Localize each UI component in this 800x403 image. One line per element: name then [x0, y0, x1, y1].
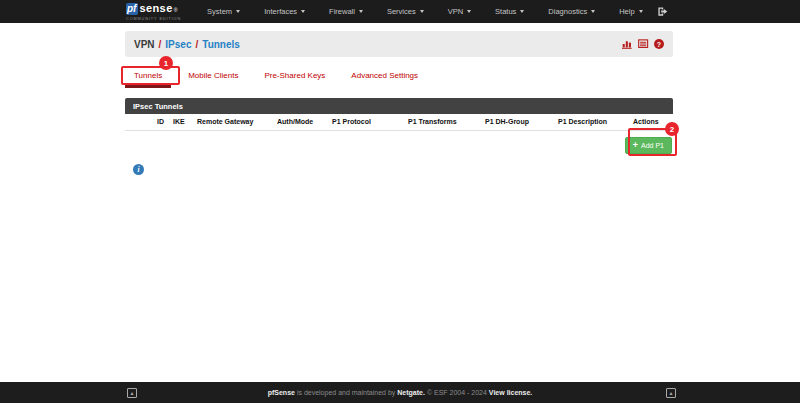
column-header-actions: Actions — [633, 118, 659, 125]
column-header-p1-dh-group: P1 DH-Group — [485, 118, 529, 125]
nav-status[interactable]: Status — [483, 0, 536, 23]
tab-pre-shared-keys[interactable]: Pre-Shared Keys — [255, 67, 334, 88]
status-graph-icon[interactable] — [622, 39, 633, 49]
caret-down-icon — [236, 10, 240, 13]
caret-down-icon — [420, 10, 424, 13]
panel-title: IPsec Tunnels — [125, 98, 673, 114]
breadcrumb-actions: ? — [622, 39, 664, 49]
breadcrumb: VPN / IPsec / Tunnels ? — [125, 31, 673, 57]
scroll-top-left-icon[interactable]: ▲ — [127, 388, 137, 398]
add-p1-label: Add P1 — [641, 142, 664, 149]
nav-help-label: Help — [619, 7, 634, 16]
breadcrumb-separator: / — [195, 39, 198, 50]
breadcrumb-link-tunnels[interactable]: Tunnels — [202, 39, 240, 50]
shortcuts-table-icon[interactable] — [638, 39, 649, 49]
nav-diagnostics[interactable]: Diagnostics — [536, 0, 607, 23]
table-actions-row: + Add P1 — [125, 131, 673, 157]
top-navbar: pf sense ® COMMUNITY EDITION System Inte… — [0, 0, 800, 23]
logo-pf-mark: pf — [126, 3, 138, 15]
footer-brand: pfSense — [268, 389, 295, 396]
column-header-p1-description: P1 Description — [558, 118, 607, 125]
footer-text: pfSense is developed and maintained by N… — [268, 389, 533, 396]
page-footer: ▲ pfSense is developed and maintained by… — [0, 382, 800, 403]
breadcrumb-link-ipsec[interactable]: IPsec — [165, 39, 191, 50]
pfsense-logo-text: pf sense ® — [126, 3, 181, 16]
caret-down-icon — [639, 10, 643, 13]
tab-mobile-clients[interactable]: Mobile Clients — [179, 67, 247, 88]
nav-status-label: Status — [495, 7, 516, 16]
caret-down-icon — [520, 10, 524, 13]
nav-vpn-label: VPN — [448, 7, 463, 16]
tab-tunnels[interactable]: Tunnels — [125, 67, 171, 88]
help-icon[interactable]: ? — [654, 39, 664, 49]
column-header-ike: IKE — [173, 118, 185, 125]
nav-interfaces[interactable]: Interfaces — [252, 0, 317, 23]
add-p1-button[interactable]: + Add P1 — [625, 137, 672, 154]
breadcrumb-section: VPN — [134, 39, 155, 50]
nav-system[interactable]: System — [195, 0, 252, 23]
caret-down-icon — [467, 10, 471, 13]
footer-copyright: © ESF 2004 - 2024 — [427, 389, 487, 396]
logout-icon[interactable] — [657, 6, 668, 17]
nav-firewall[interactable]: Firewall — [317, 0, 375, 23]
column-header-auth-mode: Auth/Mode — [277, 118, 313, 125]
nav-help[interactable]: Help — [607, 0, 654, 23]
nav-system-label: System — [207, 7, 232, 16]
nav-services[interactable]: Services — [375, 0, 436, 23]
nav-diagnostics-label: Diagnostics — [548, 7, 587, 16]
column-header-remote-gateway: Remote Gateway — [197, 118, 253, 125]
tab-bar: Tunnels Mobile Clients Pre-Shared Keys A… — [125, 67, 673, 88]
nav-interfaces-label: Interfaces — [264, 7, 297, 16]
pfsense-logo[interactable]: pf sense ® COMMUNITY EDITION — [126, 3, 181, 21]
content-container: VPN / IPsec / Tunnels ? Tunnels Mobile C… — [125, 31, 673, 175]
registered-mark: ® — [174, 5, 178, 16]
pfsense-page: pf sense ® COMMUNITY EDITION System Inte… — [0, 0, 800, 403]
nav-services-label: Services — [387, 7, 416, 16]
main-menu: System Interfaces Firewall Services VPN … — [195, 0, 654, 23]
tab-advanced-settings[interactable]: Advanced Settings — [342, 67, 427, 88]
nav-vpn[interactable]: VPN — [436, 0, 483, 23]
plus-icon: + — [633, 141, 638, 150]
logo-subtitle: COMMUNITY EDITION — [126, 17, 181, 21]
breadcrumb-separator: / — [159, 39, 162, 50]
footer-middle-text: is developed and maintained by — [297, 389, 395, 396]
nav-firewall-label: Firewall — [329, 7, 355, 16]
scroll-top-right-icon[interactable]: ▲ — [666, 388, 676, 398]
caret-up-glyph: ▲ — [130, 390, 135, 396]
column-header-id: ID — [157, 118, 164, 125]
caret-down-icon — [591, 10, 595, 13]
table-header-row: ID IKE Remote Gateway Auth/Mode P1 Proto… — [125, 114, 673, 131]
logo-sense-text: sense — [139, 3, 172, 14]
view-license-link[interactable]: View license. — [489, 389, 532, 396]
ipsec-tunnels-panel: IPsec Tunnels ID IKE Remote Gateway Auth… — [125, 98, 673, 157]
caret-down-icon — [301, 10, 305, 13]
caret-down-icon — [359, 10, 363, 13]
help-glyph: ? — [654, 39, 664, 49]
column-header-p1-transforms: P1 Transforms — [408, 118, 457, 125]
info-icon[interactable]: i — [133, 164, 144, 175]
netgate-link[interactable]: Netgate. — [397, 389, 425, 396]
caret-up-glyph: ▲ — [669, 390, 674, 396]
column-header-p1-protocol: P1 Protocol — [332, 118, 371, 125]
